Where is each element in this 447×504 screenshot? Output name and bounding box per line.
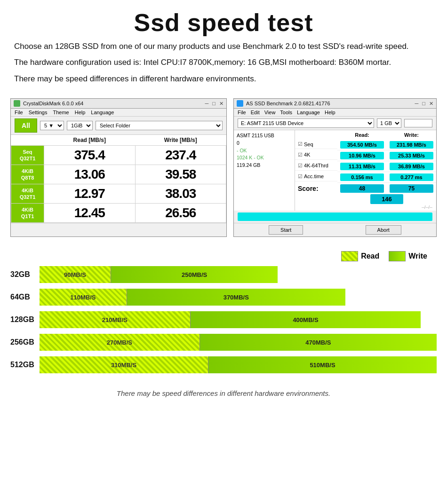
speed-row-64gb: 64GB 110MB/S 370MB/S	[10, 289, 437, 306]
read-swatch	[341, 251, 358, 261]
bars-128gb: 210MB/S 400MB/S	[40, 311, 437, 328]
cdm-footer	[11, 223, 226, 236]
btn-all[interactable]: All	[15, 118, 37, 133]
asssd-timestamp: --/--/--	[295, 204, 436, 211]
size-select[interactable]: 1GiB	[67, 121, 93, 130]
read-bar-256gb: 270MB/S	[40, 334, 200, 351]
cdm-read-4k-q8t8: 13.06	[44, 165, 136, 184]
cdm-toolbar: All 5 ▼ 1GiB Select Folder	[11, 117, 226, 135]
maximize-icon[interactable]: □	[212, 101, 216, 107]
cdm-row-seq: SeqQ32T1 375.4 237.4	[11, 146, 226, 165]
asssd-col-read: Read:	[337, 130, 387, 140]
asssd-score-total: 146	[370, 194, 403, 204]
intro-line2: The hardware configuration used is: Inte…	[14, 56, 433, 69]
menu-theme[interactable]: Theme	[53, 110, 69, 115]
cdm-title: CrystalDiskMark 6.0.0 x64	[23, 101, 202, 106]
asssd-col-write: Write:	[387, 130, 436, 140]
asssd-row-acctime: ☑ Acc.time 0.156 ms 0.277 ms	[295, 172, 436, 183]
intro-line3: There may be speed differences in differ…	[14, 73, 433, 85]
asssd-menubar: File Edit View Tools Language Help	[234, 109, 436, 117]
cdm-label-4k-q8t8: 4KiBQ8T8	[11, 165, 44, 184]
asssd-menu-view[interactable]: View	[264, 110, 276, 115]
close-icon[interactable]: ✕	[429, 101, 433, 107]
asssd-menu-file[interactable]: File	[238, 110, 246, 115]
write-bar-128gb: 400MB/S	[191, 311, 421, 328]
asssd-window: AS SSD Benchmark 2.0.6821.41776 ─ □ ✕ Fi…	[233, 98, 437, 237]
maximize-icon[interactable]: □	[422, 101, 425, 107]
cdm-write-4k-q1t1: 26.56	[135, 204, 226, 223]
read-bar-128gb: 210MB/S	[40, 311, 191, 328]
asssd-progress-bar	[238, 213, 432, 221]
close-icon[interactable]: ✕	[219, 101, 224, 107]
asssd-row-seq: ☑ Seq 354.50 MB/s 231.98 MB/s	[295, 140, 436, 150]
menu-settings[interactable]: Settings	[29, 110, 48, 115]
asssd-read-acctime: 0.156 ms	[340, 173, 384, 181]
asssd-read-seq: 354.50 MB/s	[340, 141, 384, 149]
bars-512gb: 310MB/S 510MB/S	[40, 356, 437, 373]
asssd-score-read: 48	[340, 184, 384, 193]
asssd-titlebar: AS SSD Benchmark 2.0.6821.41776 ─ □ ✕	[234, 99, 436, 109]
cdm-write-4k-q8t8: 39.58	[135, 165, 226, 184]
asssd-win-controls[interactable]: ─ □ ✕	[415, 101, 433, 107]
bars-32gb: 90MB/S 250MB/S	[40, 266, 437, 283]
label-4k: 4K	[304, 152, 310, 158]
check-acctime: ☑	[298, 173, 303, 180]
asssd-total-row: 146	[295, 194, 436, 204]
asssd-read-4k64: 11.31 MB/s	[340, 163, 384, 170]
size-64gb: 64GB	[10, 293, 40, 301]
asssd-write-seq: 231.98 MB/s	[390, 141, 433, 149]
cdm-write-seq: 237.4	[135, 146, 226, 165]
count-select[interactable]: 5 ▼	[40, 121, 64, 130]
abort-button[interactable]: Abort	[366, 225, 401, 235]
cdm-label-seq: SeqQ32T1	[11, 146, 44, 165]
asssd-write-4k: 25.33 MB/s	[390, 152, 433, 159]
col-write-label: Write [MB/s]	[135, 135, 226, 146]
asssd-menu-help[interactable]: Help	[325, 110, 335, 115]
block-ok: 1024 K - OK	[237, 154, 292, 162]
start-button[interactable]: Start	[269, 225, 303, 235]
menu-file[interactable]: File	[15, 110, 23, 115]
asssd-menu-language[interactable]: Language	[297, 110, 320, 115]
read-bar-32gb: 90MB/S	[40, 266, 111, 283]
minimize-icon[interactable]: ─	[415, 101, 419, 107]
asssd-menu-edit[interactable]: Edit	[251, 110, 260, 115]
asssd-icon	[237, 100, 243, 107]
footer-note: There may be speed differences in differ…	[0, 384, 447, 406]
check-seq: ☑	[298, 141, 303, 147]
folder-select[interactable]: Select Folder	[96, 121, 223, 130]
legend-read: Read	[341, 251, 379, 261]
cdm-window: CrystalDiskMark 6.0.0 x64 ─ □ ✕ File Set…	[10, 98, 227, 237]
drive-select[interactable]: E: ASMT 2115 USB Device	[238, 118, 374, 128]
drive-num: 0	[237, 140, 292, 147]
extra-input[interactable]	[404, 119, 432, 127]
speed-row-128gb: 128GB 210MB/S 400MB/S	[10, 311, 437, 328]
asssd-score-write: 75	[390, 184, 433, 193]
speed-row-256gb: 256GB 270MB/S 470MB/S	[10, 334, 437, 351]
cdm-col-header: Read [MB/s] Write [MB/s]	[11, 135, 226, 146]
read-bar-512gb: 310MB/S	[40, 356, 208, 373]
asssd-menu-tools[interactable]: Tools	[280, 110, 292, 115]
cdm-read-seq: 375.4	[44, 146, 136, 165]
speed-section: Read Write 32GB 90MB/S 250MB/S 64GB 110M…	[0, 242, 447, 384]
cdm-row-4kib-q1t1: 4KiBQ1T1 12.45 26.56	[11, 204, 226, 223]
menu-help[interactable]: Help	[75, 110, 86, 115]
minimize-icon[interactable]: ─	[205, 101, 209, 107]
label-acctime: Acc.time	[304, 173, 324, 179]
label-4k64: 4K-64Thrd	[304, 163, 328, 168]
cdm-win-controls[interactable]: ─ □ ✕	[205, 101, 224, 107]
page-title: Ssd speed test	[14, 8, 433, 37]
asssd-score-row: Score: 48 75	[295, 183, 436, 195]
size-select[interactable]: 1 GB	[377, 118, 401, 128]
cdm-row-4kib-q8t8: 4KiBQ8T8 13.06 39.58	[11, 165, 226, 184]
check-4k: ☑	[298, 152, 303, 158]
legend-write-label: Write	[408, 252, 427, 260]
write-bar-32gb: 250MB/S	[111, 266, 278, 283]
bars-64gb: 110MB/S 370MB/S	[40, 289, 437, 306]
menu-language[interactable]: Language	[91, 110, 114, 115]
cdm-menubar: File Settings Theme Help Language	[11, 109, 226, 117]
benchmarks-row: CrystalDiskMark 6.0.0 x64 ─ □ ✕ File Set…	[0, 90, 447, 242]
asssd-info: ASMT 2115 USB 0 - OK 1024 K - OK 119.24 …	[234, 130, 295, 211]
speed-row-32gb: 32GB 90MB/S 250MB/S	[10, 266, 437, 283]
legend-row: Read Write	[10, 251, 437, 261]
size-128gb: 128GB	[10, 315, 40, 324]
